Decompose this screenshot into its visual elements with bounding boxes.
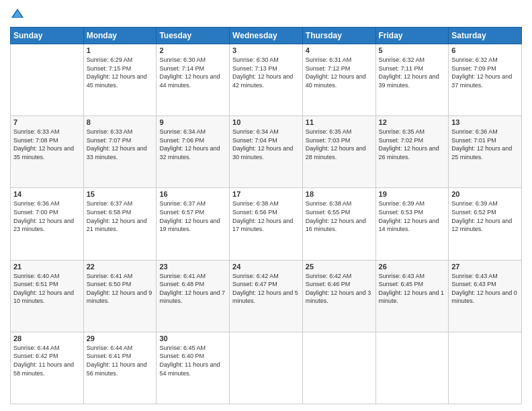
day-info: Sunrise: 6:45 AM Sunset: 6:40 PM Dayligh… [159,344,226,377]
calendar-cell: 6Sunrise: 6:32 AM Sunset: 7:09 PM Daylig… [449,44,522,116]
day-info: Sunrise: 6:33 AM Sunset: 7:07 PM Dayligh… [87,128,154,161]
day-info: Sunrise: 6:41 AM Sunset: 6:50 PM Dayligh… [87,272,154,306]
calendar-cell: 1Sunrise: 6:29 AM Sunset: 7:15 PM Daylig… [83,44,157,116]
calendar-cell: 8Sunrise: 6:33 AM Sunset: 7:07 PM Daylig… [83,116,157,188]
day-number: 6 [451,46,519,54]
day-header: Tuesday [157,28,230,44]
calendar-cell: 20Sunrise: 6:39 AM Sunset: 6:52 PM Dayli… [449,188,522,260]
calendar-cell: 21Sunrise: 6:40 AM Sunset: 6:51 PM Dayli… [11,260,84,332]
calendar-cell [11,44,84,116]
day-info: Sunrise: 6:35 AM Sunset: 7:03 PM Dayligh… [306,128,373,161]
day-number: 22 [87,263,154,271]
logo [10,7,28,21]
calendar-cell: 2Sunrise: 6:30 AM Sunset: 7:14 PM Daylig… [157,44,230,116]
day-info: Sunrise: 6:42 AM Sunset: 6:47 PM Dayligh… [232,272,300,306]
calendar-cell: 28Sunrise: 6:44 AM Sunset: 6:42 PM Dayli… [11,332,84,404]
day-info: Sunrise: 6:38 AM Sunset: 6:56 PM Dayligh… [232,199,300,233]
day-info: Sunrise: 6:32 AM Sunset: 7:09 PM Dayligh… [451,56,519,89]
day-number: 16 [159,190,226,198]
day-info: Sunrise: 6:35 AM Sunset: 7:02 PM Dayligh… [379,128,446,161]
day-header: Sunday [11,28,84,44]
day-info: Sunrise: 6:29 AM Sunset: 7:15 PM Dayligh… [87,56,154,89]
calendar-cell [449,332,522,404]
day-number: 9 [159,118,226,126]
day-number: 20 [451,190,519,198]
day-number: 18 [306,190,373,198]
day-header: Monday [83,28,157,44]
day-number: 12 [379,118,446,126]
day-number: 19 [379,190,446,198]
day-info: Sunrise: 6:34 AM Sunset: 7:06 PM Dayligh… [159,128,226,161]
calendar-cell: 10Sunrise: 6:34 AM Sunset: 7:04 PM Dayli… [230,116,303,188]
calendar-table: SundayMondayTuesdayWednesdayThursdayFrid… [10,27,522,404]
day-number: 21 [13,263,81,271]
calendar-cell: 23Sunrise: 6:41 AM Sunset: 6:48 PM Dayli… [157,260,230,332]
day-number: 7 [13,118,81,126]
day-info: Sunrise: 6:44 AM Sunset: 6:42 PM Dayligh… [13,344,81,377]
calendar-cell: 3Sunrise: 6:30 AM Sunset: 7:13 PM Daylig… [230,44,303,116]
day-number: 11 [306,118,373,126]
calendar-week-row: 7Sunrise: 6:33 AM Sunset: 7:08 PM Daylig… [11,116,522,188]
calendar-cell [230,332,303,404]
calendar-week-row: 14Sunrise: 6:36 AM Sunset: 7:00 PM Dayli… [11,188,522,260]
calendar-cell: 26Sunrise: 6:43 AM Sunset: 6:45 PM Dayli… [375,260,449,332]
day-info: Sunrise: 6:41 AM Sunset: 6:48 PM Dayligh… [159,272,226,306]
day-number: 14 [13,190,81,198]
day-number: 3 [232,46,300,54]
day-header: Friday [375,28,449,44]
calendar-cell: 9Sunrise: 6:34 AM Sunset: 7:06 PM Daylig… [157,116,230,188]
calendar-cell: 7Sunrise: 6:33 AM Sunset: 7:08 PM Daylig… [11,116,84,188]
calendar-cell: 30Sunrise: 6:45 AM Sunset: 6:40 PM Dayli… [157,332,230,404]
calendar-cell: 12Sunrise: 6:35 AM Sunset: 7:02 PM Dayli… [375,116,449,188]
day-number: 1 [87,46,154,54]
day-number: 5 [379,46,446,54]
day-number: 26 [379,263,446,271]
calendar-cell [375,332,449,404]
day-info: Sunrise: 6:38 AM Sunset: 6:55 PM Dayligh… [306,199,373,233]
calendar-cell: 5Sunrise: 6:32 AM Sunset: 7:11 PM Daylig… [375,44,449,116]
day-number: 25 [306,263,373,271]
day-header: Saturday [449,28,522,44]
day-info: Sunrise: 6:32 AM Sunset: 7:11 PM Dayligh… [379,56,446,89]
calendar-header: SundayMondayTuesdayWednesdayThursdayFrid… [11,28,522,44]
day-info: Sunrise: 6:30 AM Sunset: 7:14 PM Dayligh… [159,56,226,89]
calendar-week-row: 1Sunrise: 6:29 AM Sunset: 7:15 PM Daylig… [11,44,522,116]
day-header: Wednesday [230,28,303,44]
page: SundayMondayTuesdayWednesdayThursdayFrid… [0,0,532,411]
calendar-cell: 15Sunrise: 6:37 AM Sunset: 6:58 PM Dayli… [83,188,157,260]
day-number: 8 [87,118,154,126]
calendar-cell: 27Sunrise: 6:43 AM Sunset: 6:43 PM Dayli… [449,260,522,332]
calendar-cell: 14Sunrise: 6:36 AM Sunset: 7:00 PM Dayli… [11,188,84,260]
day-number: 24 [232,263,300,271]
day-info: Sunrise: 6:34 AM Sunset: 7:04 PM Dayligh… [232,128,300,161]
day-info: Sunrise: 6:39 AM Sunset: 6:52 PM Dayligh… [451,199,519,233]
calendar-cell: 4Sunrise: 6:31 AM Sunset: 7:12 PM Daylig… [302,44,375,116]
day-info: Sunrise: 6:36 AM Sunset: 7:00 PM Dayligh… [13,199,81,233]
day-info: Sunrise: 6:43 AM Sunset: 6:43 PM Dayligh… [451,272,519,306]
day-number: 23 [159,263,226,271]
day-number: 4 [306,46,373,54]
calendar-cell: 25Sunrise: 6:42 AM Sunset: 6:46 PM Dayli… [302,260,375,332]
day-info: Sunrise: 6:36 AM Sunset: 7:01 PM Dayligh… [451,128,519,161]
day-number: 15 [87,190,154,198]
day-info: Sunrise: 6:42 AM Sunset: 6:46 PM Dayligh… [306,272,373,306]
logo-icon [10,7,25,21]
day-number: 10 [232,118,300,126]
day-number: 27 [451,263,519,271]
day-number: 17 [232,190,300,198]
calendar-cell: 13Sunrise: 6:36 AM Sunset: 7:01 PM Dayli… [449,116,522,188]
calendar-cell: 17Sunrise: 6:38 AM Sunset: 6:56 PM Dayli… [230,188,303,260]
day-info: Sunrise: 6:39 AM Sunset: 6:53 PM Dayligh… [379,199,446,233]
calendar-body: 1Sunrise: 6:29 AM Sunset: 7:15 PM Daylig… [11,44,522,404]
day-header: Thursday [302,28,375,44]
day-info: Sunrise: 6:44 AM Sunset: 6:41 PM Dayligh… [87,344,154,377]
calendar-cell: 29Sunrise: 6:44 AM Sunset: 6:41 PM Dayli… [83,332,157,404]
calendar-cell [302,332,375,404]
day-info: Sunrise: 6:37 AM Sunset: 6:58 PM Dayligh… [87,199,154,233]
header [10,7,522,21]
calendar-cell: 16Sunrise: 6:37 AM Sunset: 6:57 PM Dayli… [157,188,230,260]
day-info: Sunrise: 6:43 AM Sunset: 6:45 PM Dayligh… [379,272,446,306]
calendar-week-row: 28Sunrise: 6:44 AM Sunset: 6:42 PM Dayli… [11,332,522,404]
calendar-week-row: 21Sunrise: 6:40 AM Sunset: 6:51 PM Dayli… [11,260,522,332]
day-number: 30 [159,334,226,342]
